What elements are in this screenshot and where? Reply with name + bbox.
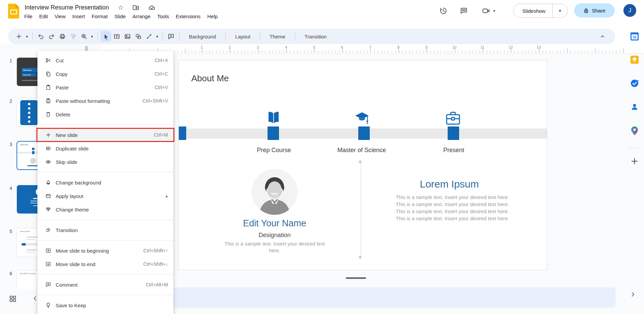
profile-bio[interactable]: This is a sample text. Insert your desir…: [219, 240, 330, 254]
keep-icon[interactable]: [630, 55, 639, 64]
sample-text-line[interactable]: This is a sample text. Insert your desir…: [385, 194, 520, 200]
thumb1-decor: [22, 80, 38, 81]
thumb3-photo: [30, 158, 36, 164]
menu-item-copy[interactable]: CopyCtrl+C: [37, 67, 173, 81]
grid-view-button[interactable]: [9, 295, 17, 303]
new-slide-caret[interactable]: ▼: [24, 35, 30, 38]
menu-tools[interactable]: Tools: [154, 12, 172, 20]
select-tool-button[interactable]: [101, 31, 111, 42]
menu-item-move-slide-to-end[interactable]: Move slide to endCtrl+Shift+↓: [37, 257, 173, 271]
speaker-notes-input[interactable]: Click to add speaker notes: [111, 287, 616, 308]
version-history-icon[interactable]: [439, 7, 447, 15]
timeline-node[interactable]: [358, 126, 370, 140]
menu-item-apply-layout[interactable]: Apply layout▸: [37, 189, 173, 203]
menu-item-move-slide-to-beginning[interactable]: Move slide to beginningCtrl+Shift+↑: [37, 244, 173, 257]
comment-history-icon[interactable]: [460, 7, 468, 15]
meet-camera-button[interactable]: ▼: [482, 7, 496, 15]
undo-button[interactable]: [35, 31, 46, 42]
theme-button[interactable]: Theme: [263, 31, 292, 42]
menu-item-duplicate-slide[interactable]: Duplicate slide: [37, 142, 173, 155]
insert-image-button[interactable]: [122, 31, 133, 42]
menu-help[interactable]: Help: [204, 12, 221, 20]
hide-menus-chevron[interactable]: [597, 31, 608, 42]
menu-file[interactable]: File: [21, 12, 36, 20]
menu-item-cut[interactable]: CutCtrl+X: [37, 54, 173, 67]
layout-button[interactable]: Layout: [228, 31, 257, 42]
ruler-mark: 1: [201, 45, 203, 49]
sample-text-line[interactable]: This is a sample text. Insert your desir…: [385, 208, 520, 214]
text-box-tool-button[interactable]: [111, 31, 122, 42]
briefcase-icon[interactable]: [445, 111, 461, 126]
slideshow-button[interactable]: Slideshow ▼: [513, 4, 568, 18]
calendar-icon[interactable]: 31: [630, 32, 639, 41]
slide-canvas[interactable]: About Me Prep Course Master of Science P…: [178, 60, 547, 270]
maps-icon[interactable]: [631, 126, 638, 136]
background-button[interactable]: Background: [182, 31, 223, 42]
zoom-caret[interactable]: ▼: [89, 35, 95, 38]
transition-button[interactable]: Transition: [298, 31, 333, 42]
profile-name[interactable]: Edit Your Name: [224, 218, 325, 229]
menu-item-delete[interactable]: Delete: [37, 108, 173, 121]
account-avatar[interactable]: J: [623, 4, 636, 17]
menu-item-skip-slide[interactable]: Skip slide: [37, 155, 173, 169]
redo-button[interactable]: [46, 31, 57, 42]
timeline-node[interactable]: [268, 126, 279, 140]
contacts-icon[interactable]: [630, 103, 639, 111]
insert-line-button[interactable]: [144, 31, 155, 42]
slide-number-2: 2: [5, 98, 12, 104]
toolbar: ▼ ▼ ▼ Background Layout Theme Transition: [8, 29, 615, 44]
menu-slide[interactable]: Slide: [111, 12, 129, 20]
menu-item-transition[interactable]: Transition: [37, 223, 173, 237]
share-button[interactable]: Share: [574, 3, 615, 18]
print-button[interactable]: [57, 31, 68, 42]
milestone-label-prep-course[interactable]: Prep Course: [257, 147, 291, 154]
menu-item-save-to-keep[interactable]: Save to Keep: [37, 298, 173, 312]
move-to-folder-icon[interactable]: [132, 4, 139, 11]
profile-designation[interactable]: Designation: [224, 232, 325, 239]
cloud-status-icon[interactable]: [148, 4, 156, 11]
menu-item-change-theme[interactable]: Change theme: [37, 203, 173, 216]
sample-text-line[interactable]: This is a sample text. Insert your desir…: [385, 216, 520, 221]
menu-item-paste[interactable]: PasteCtrl+V: [37, 81, 173, 94]
menu-extensions[interactable]: Extensions: [172, 12, 204, 20]
line-caret[interactable]: ▼: [155, 35, 160, 38]
milestone-label-present[interactable]: Present: [443, 147, 464, 154]
profile-photo[interactable]: [252, 169, 298, 215]
tasks-icon[interactable]: [630, 79, 639, 88]
document-title[interactable]: Interview Resume Presentation: [25, 4, 109, 11]
menu-arrange[interactable]: Arrange: [129, 12, 154, 20]
new-slide-button[interactable]: [13, 31, 24, 42]
zoom-button[interactable]: [79, 31, 89, 42]
slideshow-dropdown-caret[interactable]: ▼: [552, 4, 567, 18]
slide-title[interactable]: About Me: [191, 73, 229, 84]
slides-logo-icon[interactable]: [8, 4, 19, 19]
filmstrip-scrollbar-thumb[interactable]: [85, 46, 88, 51]
paste-without-formatting-icon: [45, 98, 52, 104]
menu-item-comment[interactable]: CommentCtrl+Alt+M: [37, 278, 173, 291]
insert-comment-button[interactable]: [166, 31, 176, 42]
move-slide-to-beginning-icon: [45, 248, 52, 254]
star-icon[interactable]: ☆: [118, 4, 123, 11]
menu-item-paste-without-formatting[interactable]: Paste without formattingCtrl+Shift+V: [37, 94, 173, 108]
menu-edit[interactable]: Edit: [36, 12, 51, 20]
camera-dropdown-caret[interactable]: ▼: [493, 9, 496, 13]
toolbar-separator: [163, 32, 163, 40]
open-book-icon[interactable]: [265, 110, 282, 125]
notes-resize-handle[interactable]: [346, 277, 366, 279]
thumb5-decor: [26, 252, 34, 253]
get-addons-plus-icon[interactable]: [631, 157, 639, 165]
timeline-node[interactable]: [448, 126, 459, 140]
menu-item-change-background[interactable]: Change background: [37, 176, 173, 189]
lorem-ipsum-heading[interactable]: Lorem Ipsum: [382, 178, 517, 190]
submenu-arrow-icon: ▸: [166, 194, 168, 199]
timeline-node[interactable]: [178, 126, 186, 140]
milestone-label-master-of-science[interactable]: Master of Science: [337, 147, 386, 154]
lock-icon: [583, 8, 589, 13]
graduation-cap-icon[interactable]: [354, 112, 372, 126]
sample-text-line[interactable]: This is a sample text. Insert your desir…: [385, 201, 520, 207]
insert-shape-button[interactable]: [133, 31, 144, 42]
menu-insert[interactable]: Insert: [69, 12, 88, 20]
menu-format[interactable]: Format: [88, 12, 111, 20]
paint-format-button[interactable]: [68, 31, 79, 42]
menu-view[interactable]: View: [51, 12, 69, 20]
